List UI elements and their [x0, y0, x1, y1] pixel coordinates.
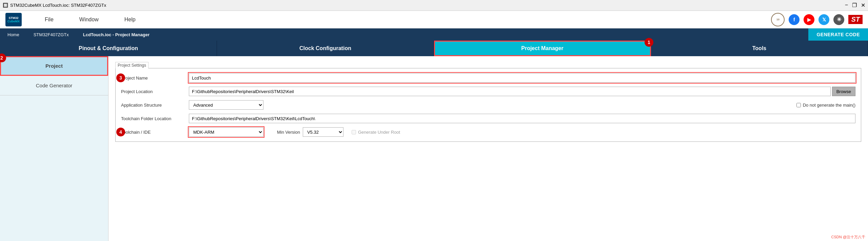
youtube-icon[interactable]: ▶: [804, 14, 814, 25]
content-area: Project Settings 3 Project Name Project …: [108, 56, 868, 241]
project-location-label: Project Location: [121, 89, 189, 94]
badge-1: 1: [645, 38, 653, 47]
project-name-input[interactable]: [189, 73, 855, 83]
project-settings-box: 3 Project Name Project Location Browse A…: [115, 68, 861, 142]
toolchain-folder-row: Toolchain Folder Location: [121, 114, 855, 123]
min-version-select[interactable]: V5.32 V5.27 V5.26: [303, 127, 343, 137]
toolchain-folder-label: Toolchain Folder Location: [121, 116, 189, 121]
sidebar: 2 Project Code Generator: [0, 56, 108, 241]
anniversary-icon: 10: [771, 13, 785, 26]
do-not-generate-label[interactable]: Do not generate the main(): [796, 103, 855, 108]
breadcrumb-home[interactable]: Home: [3, 28, 26, 41]
badge-4: 4: [116, 128, 125, 136]
min-version-label: Min Version: [277, 130, 300, 135]
toolchain-folder-input[interactable]: [189, 114, 855, 123]
do-not-generate-checkbox[interactable]: [796, 103, 801, 107]
network-icon[interactable]: ✳: [833, 14, 844, 25]
st-logo: ST: [848, 15, 863, 24]
close-button[interactable]: ✕: [861, 2, 865, 8]
file-menu[interactable]: File: [42, 15, 56, 24]
window-menu[interactable]: Window: [77, 15, 101, 24]
app-structure-select[interactable]: Advanced: [189, 100, 263, 110]
title-bar: 🔲 STM32CubeMX LcdTouch.ioc: STM32F407ZGT…: [0, 0, 868, 11]
toolchain-ide-row: 4 Toolchain / IDE MDK-ARM IAR STM32CubeI…: [121, 127, 855, 137]
generate-code-button[interactable]: GENERATE CODE: [808, 28, 868, 41]
tab-clock[interactable]: Clock Configuration: [217, 41, 434, 56]
twitter-icon[interactable]: 𝕏: [818, 14, 829, 25]
app-icon: 🔲: [3, 3, 8, 8]
breadcrumb-project[interactable]: LcdTouch.ioc - Project Manager: [78, 28, 156, 41]
toolchain-ide-select[interactable]: MDK-ARM IAR STM32CubeIDE Makefile: [189, 127, 263, 137]
badge-3: 3: [116, 73, 125, 82]
title-text: STM32CubeMX LcdTouch.ioc: STM32F407ZGTx: [10, 3, 106, 8]
watermark: CSDN @注十万八千: [831, 235, 865, 240]
main-content: 2 Project Code Generator Project Setting…: [0, 56, 868, 241]
breadcrumb-device[interactable]: STM32F407ZGTx: [29, 28, 76, 41]
min-version-group: Min Version V5.32 V5.27 V5.26 Generate U…: [277, 127, 400, 137]
project-name-label: Project Name: [121, 75, 189, 81]
tab-tools[interactable]: Tools: [651, 41, 868, 56]
project-location-input[interactable]: [189, 87, 831, 96]
sidebar-item-code-generator[interactable]: Code Generator: [0, 76, 108, 95]
generate-root-checkbox[interactable]: [352, 130, 356, 134]
app-structure-row: Application Structure Advanced Do not ge…: [121, 100, 855, 110]
tab-bar: Pinout & Configuration Clock Configurati…: [0, 41, 868, 56]
tab-pinout[interactable]: Pinout & Configuration: [0, 41, 217, 56]
project-location-row: Project Location Browse: [121, 87, 855, 96]
project-name-row: 3 Project Name: [121, 73, 855, 83]
breadcrumb-bar: Home STM32F407ZGTx LcdTouch.ioc - Projec…: [0, 28, 868, 41]
app-logo: STM32 CubeMX: [5, 13, 22, 26]
section-title: Project Settings: [115, 62, 149, 68]
app-structure-label: Application Structure: [121, 103, 189, 108]
facebook-icon[interactable]: f: [789, 14, 800, 25]
browse-button[interactable]: Browse: [832, 87, 855, 96]
minimize-button[interactable]: −: [845, 2, 848, 8]
tab-project-manager[interactable]: Project Manager 1: [434, 41, 651, 56]
maximize-button[interactable]: ❐: [852, 2, 857, 8]
sidebar-item-project[interactable]: 2 Project: [0, 56, 108, 76]
generate-root-label[interactable]: Generate Under Root: [352, 130, 400, 135]
toolchain-ide-label: Toolchain / IDE: [121, 130, 189, 135]
help-menu[interactable]: Help: [122, 15, 138, 24]
menu-bar: STM32 CubeMX File Window Help 10 f ▶ 𝕏 ✳…: [0, 11, 868, 28]
